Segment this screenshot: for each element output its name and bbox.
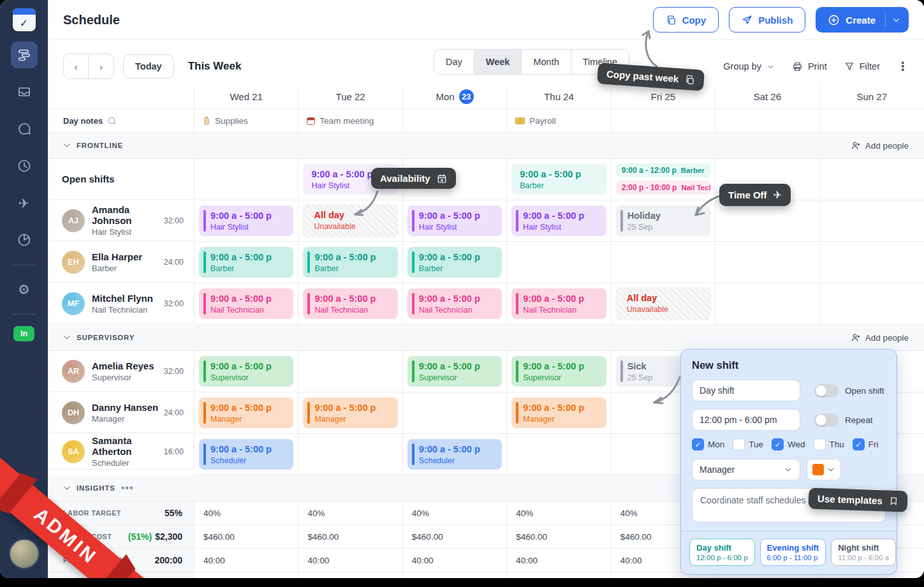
schedule-cell[interactable]: 9:00 a - 5:00 pBarber (507, 159, 611, 200)
shift-card[interactable]: 9:00 a - 5:00 pSupervisor (407, 356, 502, 387)
shift-card[interactable]: 9:00 a - 5:00 pScheduler (199, 439, 293, 470)
today-button[interactable]: Today (123, 54, 174, 78)
day-header[interactable]: Thu 24 (507, 85, 611, 109)
schedule-cell[interactable]: 9:00 a - 5:00 pManager (507, 392, 611, 434)
schedule-cell[interactable]: 9:00 a - 5:00 pBarber (403, 242, 507, 283)
day-note-cell[interactable]: Supplies (194, 109, 298, 133)
schedule-cell[interactable] (715, 242, 819, 283)
schedule-cell[interactable]: 9:00 a - 5:00 pManager (298, 392, 402, 434)
section-more-icon[interactable]: ••• (121, 482, 134, 494)
create-button[interactable]: Create (816, 7, 909, 33)
schedule-cell[interactable]: 9:00 a - 5:00 pHair Stylist (403, 200, 507, 242)
schedule-cell[interactable]: 9:00 a - 5:00 pScheduler (194, 434, 298, 475)
section-collapse-chevron-icon[interactable] (63, 334, 71, 341)
day-header[interactable]: Wed 21 (194, 85, 298, 109)
weekday-checkbox-thu[interactable]: Thu (814, 438, 844, 450)
prev-week-button[interactable]: ‹ (64, 54, 89, 78)
print-control[interactable]: Print (792, 61, 827, 72)
shift-card[interactable]: 9:00 a - 5:00 pSupervisor (511, 356, 606, 387)
weekday-checkbox-tue[interactable]: Tue (733, 438, 763, 450)
sidebar-item-chat[interactable] (11, 115, 38, 142)
day-note-cell[interactable]: Payroll (507, 109, 611, 133)
schedule-cell[interactable]: 9:00 a - 5:00 pBarber (298, 242, 402, 283)
shift-card[interactable]: 9:00 a - 5:00 pNail Technician (407, 288, 502, 319)
schedule-cell[interactable] (507, 434, 611, 475)
sidebar-item-time-off[interactable]: ✈ (11, 189, 38, 216)
schedule-cell[interactable] (507, 242, 611, 283)
weekday-checkbox-mon[interactable]: ✓Mon (692, 438, 724, 450)
shift-card[interactable]: 9:00 a - 5:00 pHair Stylist (511, 205, 606, 236)
day-header[interactable]: Sat 26 (715, 85, 819, 109)
shift-name-input[interactable]: Day shift (692, 380, 800, 401)
schedule-cell[interactable] (715, 200, 819, 242)
employee[interactable]: AJ Amanda Johnson Hair Stylist 32:00 (48, 200, 194, 241)
add-people-button[interactable]: Add people (851, 332, 909, 343)
shift-card[interactable]: 9:00 a - 5:00 pManager (303, 398, 397, 428)
app-logo-calendar-icon[interactable]: ✓ (13, 8, 36, 31)
weekday-checkbox-wed[interactable]: ✓Wed (772, 438, 805, 450)
shift-card[interactable]: 9:00 a - 5:00 pNail Technician (303, 288, 397, 319)
tab-day[interactable]: Day (434, 50, 474, 74)
schedule-cell[interactable] (820, 242, 924, 283)
day-note-cell[interactable] (612, 109, 715, 133)
color-select[interactable] (807, 459, 841, 480)
shift-card[interactable]: 9:00 a - 5:00 pNail Technician (511, 288, 606, 319)
day-header[interactable]: Tue 22 (298, 85, 402, 109)
schedule-cell[interactable] (820, 200, 924, 242)
sidebar-item-time-clock[interactable] (11, 152, 38, 179)
schedule-cell[interactable]: 9:00 a - 5:00 pSupervisor (403, 351, 507, 392)
add-people-button[interactable]: Add people (851, 140, 909, 151)
schedule-cell[interactable] (403, 392, 507, 434)
group-by-control[interactable]: Group by (723, 61, 775, 71)
schedule-cell[interactable]: All dayUnavailable (612, 283, 715, 325)
shift-template-night-shift[interactable]: Night shift11:00 p - 6:00 a (831, 539, 896, 566)
shift-card[interactable]: 9:00 a - 5:00 pNail Technician (199, 288, 293, 319)
sidebar-item-schedule[interactable] (11, 41, 38, 68)
sidebar-item-reports[interactable] (11, 227, 38, 253)
schedule-cell[interactable] (612, 242, 715, 283)
schedule-cell[interactable]: 9:00 a - 5:00 pManager (194, 392, 298, 434)
unavailable-card[interactable]: All dayUnavailable (615, 287, 711, 320)
section-collapse-chevron-icon[interactable] (63, 142, 71, 149)
shift-card[interactable]: 9:00 a - 5:00 pHair Stylist (407, 205, 502, 236)
day-note-cell[interactable]: Team meeting (298, 109, 402, 133)
role-select[interactable]: Manager (692, 459, 800, 480)
schedule-cell[interactable]: 9:00 a - 5:00 pBarber (194, 242, 298, 283)
employee[interactable]: SA Samanta Atherton Scheduler 16:00 (48, 434, 194, 470)
schedule-cell[interactable]: 9:00 a - 5:00 pSupervisor (194, 351, 298, 392)
clock-in-badge[interactable]: In (13, 326, 34, 341)
shift-card[interactable]: 9:00 a - 5:00 pBarber (407, 247, 502, 278)
employee[interactable]: DH Danny Hansen Manager 24:00 (48, 392, 194, 433)
section-collapse-chevron-icon[interactable] (63, 484, 71, 492)
user-avatar[interactable] (9, 539, 40, 569)
schedule-cell[interactable] (194, 159, 298, 200)
next-week-button[interactable]: › (89, 54, 114, 78)
day-header[interactable]: Sun 27 (820, 85, 924, 109)
schedule-cell[interactable] (820, 283, 924, 325)
more-options-kebab-icon[interactable]: ⋮ (897, 59, 909, 73)
shift-card[interactable]: 9:00 a - 5:00 pSupervisor (199, 356, 293, 387)
schedule-cell[interactable]: 9:00 a - 5:00 pHair Stylist (507, 200, 611, 242)
employee[interactable]: MF Mitchel Flynn Nail Technician 32:00 (48, 283, 194, 324)
shift-card[interactable]: 9:00 a - 5:00 pBarber (199, 247, 293, 278)
tab-week[interactable]: Week (474, 50, 522, 74)
schedule-cell[interactable]: 9:00 a - 5:00 pNail Technician (298, 283, 402, 325)
time-range-input[interactable]: 12:00 pm - 6:00 pm (692, 409, 800, 431)
day-note-cell[interactable] (403, 109, 507, 133)
schedule-cell[interactable]: 9:00 a - 5:00 pNail Technician (403, 283, 507, 325)
shift-card[interactable]: 9:00 a - 5:00 pManager (199, 398, 293, 428)
open-shift-toggle[interactable] (814, 384, 839, 398)
sidebar-item-inbox[interactable] (11, 78, 38, 105)
schedule-cell[interactable]: 9:00 a - 5:00 pNail Technician (507, 283, 611, 325)
open-shift-pill[interactable]: 9:00 a - 12:00 pBarber (616, 163, 710, 177)
schedule-cell[interactable]: 9:00 a - 5:00 pNail Technician (194, 283, 298, 325)
tab-month[interactable]: Month (522, 50, 571, 74)
schedule-cell[interactable] (820, 159, 924, 200)
employee[interactable]: EH Ella Harper Barber 24:00 (48, 242, 194, 283)
open-shift-card[interactable]: 9:00 a - 5:00 pBarber (511, 164, 606, 195)
shift-card[interactable]: 9:00 a - 5:00 pManager (511, 398, 606, 428)
filter-control[interactable]: Filter (844, 61, 880, 71)
day-note-cell[interactable] (820, 109, 924, 133)
shift-card[interactable]: 9:00 a - 5:00 pScheduler (407, 439, 502, 470)
shift-template-evening-shift[interactable]: Evening shift6:00 p - 11:00 p (760, 539, 826, 566)
